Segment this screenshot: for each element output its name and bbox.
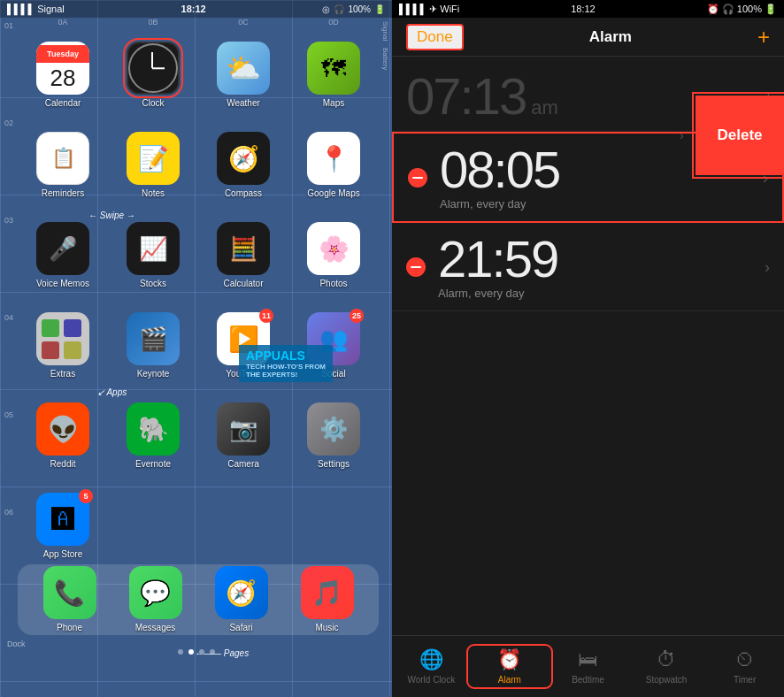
status-bar-right: ▌▌▌▌ ✈ WiFi 18:12 ⏰ 🎧 100% 🔋 — [392, 0, 784, 18]
app-cell-compass[interactable]: 🧭 Compass — [198, 120, 288, 211]
dock-phone[interactable]: 📞 Phone — [43, 566, 96, 633]
reddit-label: Reddit — [50, 459, 76, 470]
alarm-content: 07:13 am › › Delete 08:05 Alarm, every d… — [392, 57, 784, 635]
app-cell-calculator[interactable]: 🧮 Calculator — [198, 211, 288, 301]
alarm-minus-0805[interactable] — [408, 168, 427, 188]
stopwatch-icon: ⏱ — [657, 648, 676, 671]
alarm-minus-2159[interactable] — [406, 257, 426, 277]
weather-label: Weather — [227, 98, 260, 109]
social-badge: 25 — [350, 309, 364, 323]
app-cell-empty1 — [108, 481, 198, 571]
tab-bedtime[interactable]: 🛏 Bedtime — [549, 648, 627, 685]
delete-button-label[interactable]: Delete — [717, 126, 762, 144]
app-grid: Tuesday 28 Calendar Clock ⛅ Weather 🗺 Ma… — [18, 30, 379, 571]
extras-label: Extras — [50, 369, 75, 379]
googlemaps-label: Google Maps — [307, 188, 359, 199]
app-cell-appstore[interactable]: 🅰5 App Store — [18, 481, 108, 571]
status-time-left: 18:12 — [181, 4, 206, 14]
tab-stopwatch[interactable]: ⏱ Stopwatch — [627, 648, 706, 685]
tab-timer[interactable]: ⏲ Timer — [705, 648, 784, 685]
stopwatch-label: Stopwatch — [646, 675, 688, 685]
delete-button-container[interactable]: › Delete — [696, 96, 784, 175]
worldclock-label: World Clock — [407, 675, 455, 685]
app-cell-reddit[interactable]: 👽 Reddit — [18, 391, 108, 481]
app-cell-calendar[interactable]: Tuesday 28 Calendar — [18, 30, 108, 120]
row-label-05: 05 — [0, 407, 18, 504]
timer-label: Timer — [734, 675, 756, 685]
app-cell-notes[interactable]: 📝 Notes — [108, 120, 198, 211]
col-label-0c: 0C — [198, 18, 288, 30]
alarm-title: Alarm — [589, 28, 632, 46]
calendar-month: Tuesday — [36, 45, 89, 63]
reddit-icon: 👽 — [36, 402, 89, 456]
calendar-icon: Tuesday 28 — [36, 42, 89, 95]
battery-icon: 🔋 — [374, 4, 385, 14]
signal-area: ▌▌▌▌ Signal — [7, 4, 65, 14]
app-cell-youtube[interactable]: ▶️11 YouTube — [198, 301, 288, 391]
dock-messages[interactable]: 💬 Messages — [129, 566, 182, 633]
worldclock-icon: 🌐 — [419, 648, 443, 671]
alarm-time-0805: 08:05 — [440, 144, 559, 195]
alarm-chevron-2159: › — [765, 257, 770, 276]
dock-safari[interactable]: 🧭 Safari — [215, 566, 268, 633]
alarm-screen: ▌▌▌▌ ✈ WiFi 18:12 ⏰ 🎧 100% 🔋 Done Alarm … — [392, 0, 784, 697]
app-cell-settings[interactable]: ⚙️ Settings — [288, 391, 379, 481]
app-cell-maps[interactable]: 🗺 Maps — [288, 30, 379, 120]
youtube-icon: ▶️11 — [217, 312, 270, 365]
app-cell-empty3 — [288, 481, 379, 571]
alarm-header: Done Alarm + — [392, 18, 784, 57]
alarm-time-0713: 07:13 — [406, 71, 526, 122]
evernote-label: Evernote — [135, 459, 171, 470]
social-label: Social — [321, 369, 345, 379]
app-cell-keynote[interactable]: 🎬 Keynote — [108, 301, 198, 391]
calculator-label: Calculator — [223, 279, 263, 289]
app-cell-reminders[interactable]: 📋 Reminders — [18, 120, 108, 211]
app-cell-googlemaps[interactable]: 📍 Google Maps — [288, 120, 379, 211]
alarm-item-2159[interactable]: 21:59 Alarm, every day › — [392, 223, 784, 311]
camera-label: Camera — [227, 459, 259, 470]
stocks-label: Stocks — [140, 279, 166, 289]
extras-icon — [36, 312, 89, 365]
keynote-icon: 🎬 — [127, 312, 180, 365]
app-cell-voicememos[interactable]: 🎤 Voice Memos — [18, 211, 108, 301]
row-label-04: 04 — [0, 310, 18, 407]
alarm-ampm-0713: am — [531, 96, 558, 119]
appstore-badge: 5 — [79, 489, 93, 503]
evernote-icon: 🐘 — [127, 402, 180, 456]
col-label-0d: 0D — [288, 18, 379, 30]
settings-label: Settings — [318, 459, 350, 470]
add-alarm-button[interactable]: + — [757, 25, 770, 50]
app-cell-social[interactable]: 👥25 Social — [288, 301, 379, 391]
app-cell-camera[interactable]: 📷 Camera — [198, 391, 288, 481]
row-label-06: 06 — [0, 504, 18, 601]
alarm-time-2159: 21:59 — [438, 234, 557, 285]
messages-label: Messages — [135, 623, 176, 633]
app-cell-photos[interactable]: 🌸 Photos — [288, 211, 379, 301]
clock-icon-wrapper — [127, 42, 180, 95]
maps-icon: 🗺 — [307, 42, 360, 95]
tab-alarm[interactable]: ⏰ Alarm — [471, 648, 550, 685]
app-cell-clock[interactable]: Clock — [108, 30, 198, 120]
app-cell-stocks[interactable]: 📈 Stocks — [108, 211, 198, 301]
column-labels: 0A 0B 0C 0D — [18, 18, 379, 30]
app-cell-extras[interactable]: Extras — [18, 301, 108, 391]
voicememos-label: Voice Memos — [36, 279, 89, 289]
done-button[interactable]: Done — [406, 24, 464, 50]
weather-icon: ⛅ — [217, 42, 270, 95]
googlemaps-icon: 📍 — [307, 132, 360, 185]
photos-icon: 🌸 — [307, 222, 360, 275]
dock-music[interactable]: 🎵 Music — [301, 566, 354, 633]
app-cell-empty2 — [198, 481, 288, 571]
clock-label: Clock — [142, 98, 164, 109]
notes-icon: 📝 — [127, 132, 180, 185]
tab-worldclock[interactable]: 🌐 World Clock — [392, 648, 471, 685]
app-cell-weather[interactable]: ⛅ Weather — [198, 30, 288, 120]
appstore-icon: 🅰5 — [36, 493, 89, 546]
calendar-day: 28 — [50, 63, 76, 92]
page-dot-4 — [210, 649, 215, 655]
youtube-label: YouTube — [226, 369, 260, 379]
app-cell-evernote[interactable]: 🐘 Evernote — [108, 391, 198, 481]
signal-side-label: Signal — [381, 21, 389, 41]
music-icon: 🎵 — [301, 566, 354, 619]
side-labels: Signal Battery — [379, 18, 392, 601]
